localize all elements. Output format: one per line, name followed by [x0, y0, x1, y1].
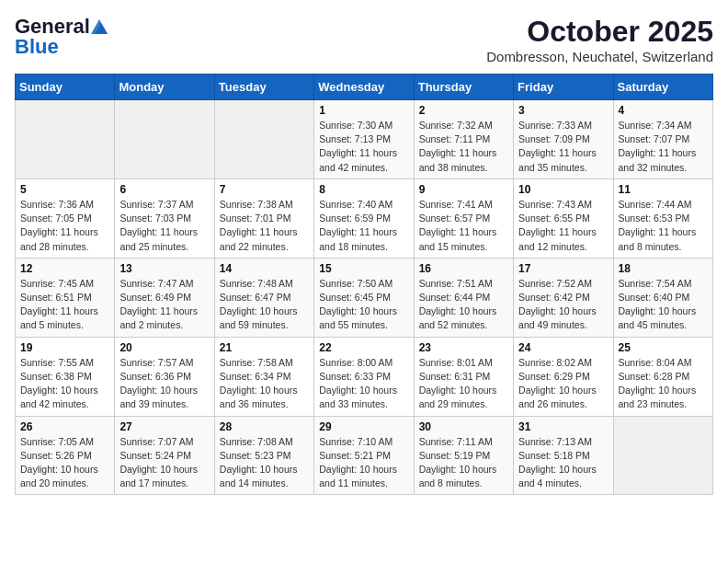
calendar-cell: 10Sunrise: 7:43 AM Sunset: 6:55 PM Dayli…	[514, 178, 613, 258]
calendar-cell: 12Sunrise: 7:45 AM Sunset: 6:51 PM Dayli…	[16, 258, 115, 337]
weekday-header: Thursday	[414, 75, 513, 100]
day-info: Sunrise: 8:04 AM Sunset: 6:28 PM Dayligh…	[619, 356, 708, 412]
calendar-cell: 1Sunrise: 7:30 AM Sunset: 7:13 PM Daylig…	[314, 100, 414, 179]
day-info: Sunrise: 7:37 AM Sunset: 7:03 PM Dayligh…	[119, 198, 209, 254]
weekday-header: Sunday	[16, 75, 115, 100]
day-number: 19	[20, 341, 109, 354]
day-number: 8	[319, 183, 408, 196]
day-info: Sunrise: 8:02 AM Sunset: 6:29 PM Dayligh…	[518, 356, 608, 412]
day-number: 23	[419, 341, 508, 354]
calendar-table: SundayMondayTuesdayWednesdayThursdayFrid…	[15, 74, 713, 495]
day-info: Sunrise: 7:47 AM Sunset: 6:49 PM Dayligh…	[119, 277, 209, 333]
calendar-cell: 23Sunrise: 8:01 AM Sunset: 6:31 PM Dayli…	[414, 337, 513, 416]
weekday-header: Tuesday	[214, 75, 313, 100]
day-number: 22	[319, 341, 408, 354]
weekday-header: Saturday	[613, 75, 712, 100]
calendar-cell: 5Sunrise: 7:36 AM Sunset: 7:05 PM Daylig…	[16, 178, 115, 258]
logo-icon	[91, 19, 108, 34]
calendar-cell: 28Sunrise: 7:08 AM Sunset: 5:23 PM Dayli…	[214, 416, 313, 495]
title-block: October 2025 Dombresson, Neuchatel, Swit…	[486, 15, 713, 64]
day-info: Sunrise: 7:38 AM Sunset: 7:01 PM Dayligh…	[220, 198, 309, 254]
calendar-cell: 21Sunrise: 7:58 AM Sunset: 6:34 PM Dayli…	[214, 337, 313, 416]
day-info: Sunrise: 7:55 AM Sunset: 6:38 PM Dayligh…	[20, 356, 109, 412]
day-number: 1	[319, 104, 408, 117]
calendar-week-row: 19Sunrise: 7:55 AM Sunset: 6:38 PM Dayli…	[16, 337, 713, 416]
calendar-cell: 15Sunrise: 7:50 AM Sunset: 6:45 PM Dayli…	[314, 258, 414, 337]
calendar-cell: 9Sunrise: 7:41 AM Sunset: 6:57 PM Daylig…	[414, 178, 513, 258]
calendar-cell: 19Sunrise: 7:55 AM Sunset: 6:38 PM Dayli…	[16, 337, 115, 416]
weekday-header: Monday	[115, 75, 214, 100]
day-number: 24	[518, 341, 608, 354]
calendar-cell: 7Sunrise: 7:38 AM Sunset: 7:01 PM Daylig…	[214, 178, 313, 258]
day-info: Sunrise: 7:54 AM Sunset: 6:40 PM Dayligh…	[619, 277, 708, 333]
day-number: 31	[518, 420, 608, 433]
day-info: Sunrise: 7:40 AM Sunset: 6:59 PM Dayligh…	[319, 198, 408, 254]
day-number: 11	[619, 183, 708, 196]
day-info: Sunrise: 7:57 AM Sunset: 6:36 PM Dayligh…	[119, 356, 209, 412]
day-info: Sunrise: 7:51 AM Sunset: 6:44 PM Dayligh…	[419, 277, 508, 333]
calendar-week-row: 26Sunrise: 7:05 AM Sunset: 5:26 PM Dayli…	[16, 416, 713, 495]
day-number: 9	[419, 183, 508, 196]
day-info: Sunrise: 7:58 AM Sunset: 6:34 PM Dayligh…	[220, 356, 309, 412]
day-number: 5	[20, 183, 109, 196]
day-info: Sunrise: 7:32 AM Sunset: 7:11 PM Dayligh…	[419, 119, 508, 175]
day-info: Sunrise: 7:07 AM Sunset: 5:24 PM Dayligh…	[119, 435, 209, 491]
day-number: 20	[119, 341, 209, 354]
day-number: 2	[419, 104, 508, 117]
calendar-subtitle: Dombresson, Neuchatel, Switzerland	[486, 49, 713, 64]
calendar-cell: 13Sunrise: 7:47 AM Sunset: 6:49 PM Dayli…	[115, 258, 214, 337]
day-info: Sunrise: 7:13 AM Sunset: 5:18 PM Dayligh…	[518, 435, 608, 491]
day-info: Sunrise: 8:01 AM Sunset: 6:31 PM Dayligh…	[419, 356, 508, 412]
day-info: Sunrise: 7:08 AM Sunset: 5:23 PM Dayligh…	[220, 435, 309, 491]
calendar-cell: 11Sunrise: 7:44 AM Sunset: 6:53 PM Dayli…	[613, 178, 712, 258]
weekday-header: Wednesday	[314, 75, 414, 100]
day-number: 17	[518, 262, 608, 275]
day-info: Sunrise: 7:33 AM Sunset: 7:09 PM Dayligh…	[518, 119, 608, 175]
calendar-week-row: 5Sunrise: 7:36 AM Sunset: 7:05 PM Daylig…	[16, 178, 713, 258]
weekday-header: Friday	[514, 75, 613, 100]
calendar-cell: 18Sunrise: 7:54 AM Sunset: 6:40 PM Dayli…	[613, 258, 712, 337]
calendar-cell: 3Sunrise: 7:33 AM Sunset: 7:09 PM Daylig…	[514, 100, 613, 179]
day-number: 16	[419, 262, 508, 275]
day-number: 7	[220, 183, 309, 196]
day-info: Sunrise: 7:52 AM Sunset: 6:42 PM Dayligh…	[518, 277, 608, 333]
day-number: 10	[518, 183, 608, 196]
calendar-cell: 26Sunrise: 7:05 AM Sunset: 5:26 PM Dayli…	[16, 416, 115, 495]
day-number: 13	[119, 262, 209, 275]
calendar-cell: 29Sunrise: 7:10 AM Sunset: 5:21 PM Dayli…	[314, 416, 414, 495]
calendar-cell	[613, 416, 712, 495]
logo: General Blue	[15, 15, 108, 59]
day-number: 12	[20, 262, 109, 275]
day-number: 26	[20, 420, 109, 433]
calendar-cell: 8Sunrise: 7:40 AM Sunset: 6:59 PM Daylig…	[314, 178, 414, 258]
day-info: Sunrise: 7:10 AM Sunset: 5:21 PM Dayligh…	[319, 435, 408, 491]
calendar-cell: 2Sunrise: 7:32 AM Sunset: 7:11 PM Daylig…	[414, 100, 513, 179]
day-number: 30	[419, 420, 508, 433]
calendar-title: October 2025	[486, 15, 713, 49]
day-number: 18	[619, 262, 708, 275]
calendar-cell: 6Sunrise: 7:37 AM Sunset: 7:03 PM Daylig…	[115, 178, 214, 258]
page-header: General Blue October 2025 Dombresson, Ne…	[15, 15, 713, 64]
day-number: 25	[619, 341, 708, 354]
calendar-cell	[16, 100, 115, 179]
calendar-cell: 22Sunrise: 8:00 AM Sunset: 6:33 PM Dayli…	[314, 337, 414, 416]
calendar-cell: 30Sunrise: 7:11 AM Sunset: 5:19 PM Dayli…	[414, 416, 513, 495]
day-info: Sunrise: 7:30 AM Sunset: 7:13 PM Dayligh…	[319, 119, 408, 175]
calendar-cell: 31Sunrise: 7:13 AM Sunset: 5:18 PM Dayli…	[514, 416, 613, 495]
calendar-cell: 16Sunrise: 7:51 AM Sunset: 6:44 PM Dayli…	[414, 258, 513, 337]
calendar-header-row: SundayMondayTuesdayWednesdayThursdayFrid…	[16, 75, 713, 100]
day-number: 4	[619, 104, 708, 117]
calendar-cell: 24Sunrise: 8:02 AM Sunset: 6:29 PM Dayli…	[514, 337, 613, 416]
day-info: Sunrise: 7:43 AM Sunset: 6:55 PM Dayligh…	[518, 198, 608, 254]
day-info: Sunrise: 8:00 AM Sunset: 6:33 PM Dayligh…	[319, 356, 408, 412]
day-info: Sunrise: 7:34 AM Sunset: 7:07 PM Dayligh…	[619, 119, 708, 175]
calendar-week-row: 1Sunrise: 7:30 AM Sunset: 7:13 PM Daylig…	[16, 100, 713, 179]
day-number: 6	[119, 183, 209, 196]
calendar-cell: 14Sunrise: 7:48 AM Sunset: 6:47 PM Dayli…	[214, 258, 313, 337]
day-number: 29	[319, 420, 408, 433]
logo-blue: Blue	[15, 35, 59, 59]
day-number: 21	[220, 341, 309, 354]
day-info: Sunrise: 7:45 AM Sunset: 6:51 PM Dayligh…	[20, 277, 109, 333]
calendar-week-row: 12Sunrise: 7:45 AM Sunset: 6:51 PM Dayli…	[16, 258, 713, 337]
day-info: Sunrise: 7:41 AM Sunset: 6:57 PM Dayligh…	[419, 198, 508, 254]
